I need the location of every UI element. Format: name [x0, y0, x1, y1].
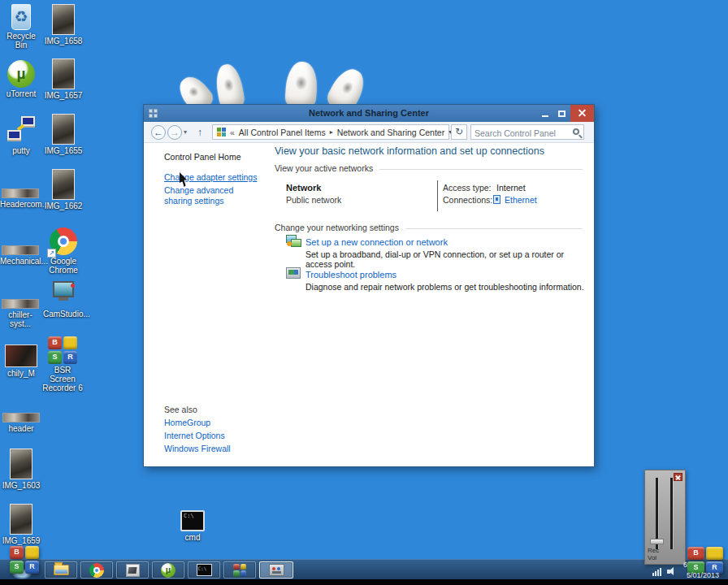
desktop-icon-label: chily_M [1, 369, 41, 378]
desktop-icon-img-1655[interactable]: IMG_1655 [43, 114, 84, 155]
photo-thumbnail-icon [10, 448, 32, 479]
see-also-heading: See also [164, 405, 197, 414]
desktop-icon-label: IMG_1662 [43, 202, 84, 210]
desktop-icon-chiller-syst[interactable]: chiller-syst... [0, 299, 41, 328]
photo-thumbnail-icon [52, 58, 75, 89]
window-title: Network and Sharing Center [144, 105, 594, 122]
network-type: Public network [286, 195, 341, 205]
desktop-icon-img-1657[interactable]: IMG_1657 [43, 58, 84, 100]
sidebar-control-panel-home[interactable]: Control Panel Home [164, 152, 241, 162]
setup-new-connection-description: Set up a broadband, dial-up or VPN conne… [306, 249, 584, 269]
desktop-icon-label: Google Chrome [43, 257, 84, 275]
setup-new-connection-link[interactable]: Set up a new connection or network [306, 237, 448, 247]
taskbar-chrome-button[interactable] [80, 561, 113, 578]
breadcrumb-all-control-panel-items[interactable]: All Control Panel Items [239, 128, 326, 137]
mu-glyph: µ [17, 65, 26, 82]
desktop-icon-img-1658[interactable]: IMG_1658 [43, 4, 84, 46]
desktop-icon-header[interactable]: header [1, 413, 41, 433]
desktop-icon-recycle-bin[interactable]: ♻ Recycle Bin [1, 4, 41, 50]
search-input[interactable] [471, 127, 569, 141]
sidebar-change-adapter-settings[interactable]: Change adapter settings [164, 172, 257, 182]
connections-label: Connections: [443, 195, 492, 205]
network-divider [437, 180, 438, 211]
image-viewer-icon [126, 564, 140, 577]
page-title: View your basic network information and … [275, 145, 544, 157]
volume-panel-close-icon[interactable] [674, 473, 682, 481]
bsr-square-yellow [63, 336, 77, 349]
bsr-square-blue: R [25, 561, 39, 574]
sidebar-change-advanced-sharing[interactable]: Change advanced sharing settings [164, 185, 255, 206]
change-settings-label: Change your networking settings [275, 223, 405, 232]
ethernet-link[interactable]: Ethernet [505, 195, 537, 205]
desktop-icon-label: header [1, 424, 41, 433]
desktop-icon-label: IMG_1655 [43, 146, 84, 155]
desktop-icon-putty[interactable]: putty [1, 115, 41, 155]
desktop-icon-label: Mechanical... [0, 257, 41, 266]
image-thumbnail-icon [2, 188, 39, 198]
control-panel-icon [217, 128, 226, 136]
chrome-icon: ↗ [50, 228, 77, 255]
sidebar-internet-options[interactable]: Internet Options [164, 431, 225, 440]
minimize-button[interactable] [536, 105, 553, 122]
desktop-icon-headercom[interactable]: Headercom... [0, 188, 41, 209]
troubleshoot-problems-description: Diagnose and repair network problems or … [306, 282, 584, 292]
volume-slider-handle[interactable] [650, 539, 664, 544]
taskbar-image-viewer-button[interactable] [116, 561, 149, 578]
cmd-glyph: C:\ [184, 513, 194, 519]
network-and-sharing-center-window: Network and Sharing Center ← → ▾ ↑ « All… [143, 104, 595, 467]
taskbar-active-recorder-window-button[interactable] [259, 561, 293, 578]
bsr-screen-recorder-icon [233, 564, 246, 577]
desktop-icon-img-1659[interactable]: IMG_1659 [1, 504, 41, 545]
bsr-square-green: S [48, 351, 62, 364]
volume-tray-icon[interactable] [667, 567, 677, 576]
search-box[interactable] [470, 124, 584, 140]
desktop-icon-img-1662[interactable]: IMG_1662 [43, 169, 84, 210]
desktop-icon-label: Recycle Bin [1, 32, 41, 50]
chrome-icon [89, 563, 104, 578]
back-button[interactable]: ← [151, 125, 166, 140]
forward-button[interactable]: → [167, 125, 182, 140]
refresh-button[interactable]: ↻ [451, 124, 467, 140]
photo-thumbnail-icon [52, 169, 75, 200]
desktop-icon-camstudio[interactable]: CamStudio... [43, 281, 84, 318]
search-icon[interactable] [573, 128, 579, 135]
taskbar-bsr-button[interactable] [223, 561, 256, 578]
image-thumbnail-icon [2, 413, 40, 422]
breadcrumb-network-and-sharing-center[interactable]: Network and Sharing Center [337, 128, 445, 137]
up-button[interactable]: ↑ [193, 125, 207, 140]
network-tray-icon[interactable] [652, 567, 664, 576]
titlebar[interactable]: Network and Sharing Center [144, 105, 594, 122]
troubleshoot-icon [286, 267, 301, 279]
photo-thumbnail-icon [52, 4, 75, 35]
address-bar[interactable]: « All Control Panel Items ▸ Network and … [212, 124, 449, 140]
desktop-icon-cmd[interactable]: C:\ cmd [172, 510, 213, 542]
desktop-icon-chily-m[interactable]: chily_M [1, 344, 41, 378]
sidebar-windows-firewall[interactable]: Windows Firewall [164, 444, 231, 453]
desktop-icon-bsr-screen-recorder[interactable]: B S R BSR Screen Recorder 6 [42, 336, 83, 392]
troubleshoot-problems-link[interactable]: Troubleshoot problems [306, 270, 396, 280]
clock-date[interactable]: 5/01/2013 [687, 571, 719, 579]
utorrent-icon: µ [7, 60, 35, 88]
taskbar-file-explorer-button[interactable] [45, 561, 77, 578]
shortcut-arrow-icon: ↗ [47, 249, 56, 258]
bsr-square-red: B [48, 336, 62, 349]
close-button[interactable] [570, 105, 594, 122]
bsr-tray-overlay-icon[interactable]: B S R [687, 547, 723, 574]
breadcrumb-collapse-chevron[interactable]: « [230, 128, 235, 137]
maximize-button[interactable] [553, 105, 570, 122]
desktop-icon-google-chrome[interactable]: ↗ Google Chrome [43, 228, 84, 275]
bsr-square-yellow [25, 546, 39, 559]
desktop-icon-mechanical[interactable]: Mechanical... [0, 245, 41, 266]
taskbar-utorrent-button[interactable]: µ [152, 561, 184, 578]
recent-pages-dropdown-icon[interactable]: ▾ [184, 128, 187, 136]
desktop-icon-utorrent[interactable]: µ uTorrent [1, 60, 41, 98]
bsr-overlay-icon[interactable]: B S R [10, 546, 39, 574]
window-controls [536, 105, 594, 122]
sidebar-homegroup[interactable]: HomeGroup [164, 418, 210, 427]
network-name: Network [286, 183, 321, 193]
volume-slider-track[interactable] [670, 478, 673, 549]
taskbar-cmd-button[interactable]: C:\ [188, 561, 220, 578]
recycle-glyph: ♻ [14, 8, 28, 25]
desktop-icon-label: cmd [172, 533, 213, 542]
desktop-icon-img-1603[interactable]: IMG_1603 [1, 448, 41, 490]
